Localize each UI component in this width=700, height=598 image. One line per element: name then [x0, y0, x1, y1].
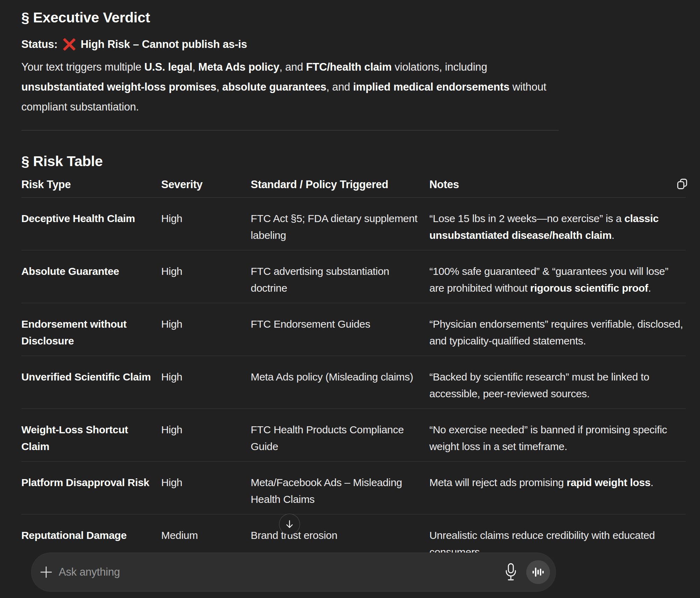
risk-table-body: Deceptive Health ClaimHighFTC Act §5; FD… — [21, 198, 686, 567]
column-header: Notes — [429, 178, 686, 191]
status-text: High Risk – Cannot publish as-is — [81, 38, 247, 51]
severity-cell: High — [161, 474, 251, 508]
dictate-button[interactable] — [503, 562, 519, 582]
arrow-down-icon — [284, 519, 295, 530]
executive-verdict-heading: § Executive Verdict — [21, 9, 686, 26]
assistant-message: § Executive Verdict Status: High Risk – … — [21, 0, 686, 567]
risk-type-cell: Endorsement without Disclosure — [21, 316, 161, 349]
status-label: Status: — [21, 38, 58, 51]
risk-table-heading: § Risk Table — [21, 153, 686, 170]
status-line: Status: High Risk – Cannot publish as-is — [21, 38, 686, 51]
standard-policy-cell: FTC advertising substantiation doctrine — [251, 263, 429, 297]
section-divider — [21, 130, 559, 130]
risk-type-cell: Platform Disapproval Risk — [21, 474, 161, 508]
voice-mode-button[interactable] — [526, 560, 550, 584]
ask-anything-input[interactable] — [59, 566, 503, 578]
table-row: Platform Disapproval RiskHighMeta/Facebo… — [21, 462, 686, 514]
notes-cell: “Physician endorsements” requires verifi… — [429, 316, 686, 349]
notes-cell: “No exercise needed” is banned if promis… — [429, 421, 686, 455]
standard-policy-cell: Meta/Facebook Ads – Misleading Health Cl… — [251, 474, 429, 508]
attach-button[interactable] — [38, 564, 54, 580]
table-row: Deceptive Health ClaimHighFTC Act §5; FD… — [21, 198, 686, 250]
plus-icon — [40, 565, 53, 579]
standard-policy-cell: FTC Health Products Compliance Guide — [251, 421, 429, 455]
risk-type-cell: Absolute Guarantee — [21, 263, 161, 297]
copy-icon — [676, 177, 689, 191]
verdict-paragraph: Your text triggers multiple U.S. legal, … — [21, 57, 569, 117]
standard-policy-cell: FTC Act §5; FDA dietary supplement label… — [251, 210, 429, 244]
waveform-icon — [532, 566, 544, 578]
notes-cell: “Lose 15 lbs in 2 weeks—no exercise” is … — [429, 210, 686, 244]
scroll-to-bottom-button[interactable] — [279, 514, 300, 535]
microphone-icon — [505, 563, 517, 582]
column-header: Risk Type — [21, 178, 161, 191]
cross-mark-icon — [63, 38, 76, 51]
risk-type-cell: Weight-Loss Shortcut Claim — [21, 421, 161, 455]
copy-table-button[interactable] — [674, 176, 690, 192]
standard-policy-cell: Meta Ads policy (Misleading claims) — [251, 369, 429, 402]
severity-cell: High — [161, 421, 251, 455]
table-row: Weight-Loss Shortcut ClaimHighFTC Health… — [21, 409, 686, 462]
table-row: Unverified Scientific ClaimHighMeta Ads … — [21, 356, 686, 409]
standard-policy-cell: FTC Endorsement Guides — [251, 316, 429, 349]
severity-cell: High — [161, 369, 251, 402]
table-row: Endorsement without DisclosureHighFTC En… — [21, 303, 686, 356]
notes-cell: “100% safe guaranteed” & “guarantees you… — [429, 263, 686, 297]
column-header: Standard / Policy Triggered — [251, 178, 429, 191]
risk-type-cell: Deceptive Health Claim — [21, 210, 161, 244]
composer-bar — [31, 553, 556, 592]
notes-cell: Meta will reject ads promising rapid wei… — [429, 474, 686, 508]
severity-cell: High — [161, 316, 251, 349]
risk-table-header: Risk TypeSeverityStandard / Policy Trigg… — [21, 178, 686, 198]
column-header: Severity — [161, 178, 251, 191]
risk-type-cell: Unverified Scientific Claim — [21, 369, 161, 402]
table-row: Absolute GuaranteeHighFTC advertising su… — [21, 250, 686, 303]
severity-cell: High — [161, 210, 251, 244]
severity-cell: High — [161, 263, 251, 297]
notes-cell: “Backed by scientific research” must be … — [429, 369, 686, 402]
